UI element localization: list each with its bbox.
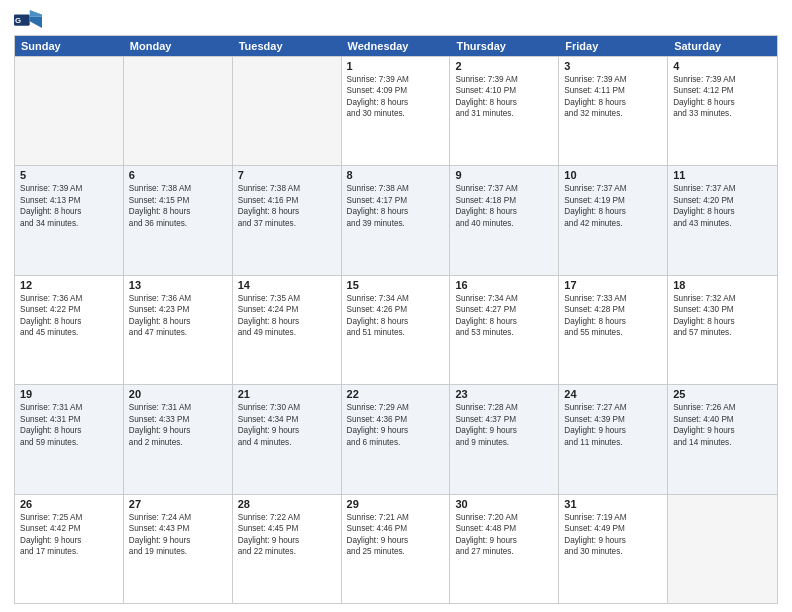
day-number: 25 — [673, 388, 772, 400]
calendar-cell: 2Sunrise: 7:39 AM Sunset: 4:10 PM Daylig… — [450, 57, 559, 165]
day-number: 4 — [673, 60, 772, 72]
day-info: Sunrise: 7:38 AM Sunset: 4:17 PM Dayligh… — [347, 183, 445, 229]
calendar-cell: 25Sunrise: 7:26 AM Sunset: 4:40 PM Dayli… — [668, 385, 777, 493]
day-info: Sunrise: 7:24 AM Sunset: 4:43 PM Dayligh… — [129, 512, 227, 558]
day-info: Sunrise: 7:37 AM Sunset: 4:19 PM Dayligh… — [564, 183, 662, 229]
day-info: Sunrise: 7:31 AM Sunset: 4:31 PM Dayligh… — [20, 402, 118, 448]
calendar-cell: 3Sunrise: 7:39 AM Sunset: 4:11 PM Daylig… — [559, 57, 668, 165]
day-number: 6 — [129, 169, 227, 181]
calendar-cell — [668, 495, 777, 603]
day-number: 3 — [564, 60, 662, 72]
day-number: 7 — [238, 169, 336, 181]
day-number: 17 — [564, 279, 662, 291]
day-number: 2 — [455, 60, 553, 72]
page: G SundayMondayTuesdayWednesdayThursdayFr… — [0, 0, 792, 612]
day-number: 16 — [455, 279, 553, 291]
day-info: Sunrise: 7:35 AM Sunset: 4:24 PM Dayligh… — [238, 293, 336, 339]
day-number: 14 — [238, 279, 336, 291]
day-info: Sunrise: 7:34 AM Sunset: 4:26 PM Dayligh… — [347, 293, 445, 339]
calendar-row: 12Sunrise: 7:36 AM Sunset: 4:22 PM Dayli… — [15, 275, 777, 384]
header: G — [14, 10, 778, 29]
calendar-cell: 30Sunrise: 7:20 AM Sunset: 4:48 PM Dayli… — [450, 495, 559, 603]
calendar-cell: 15Sunrise: 7:34 AM Sunset: 4:26 PM Dayli… — [342, 276, 451, 384]
day-info: Sunrise: 7:31 AM Sunset: 4:33 PM Dayligh… — [129, 402, 227, 448]
calendar-cell: 29Sunrise: 7:21 AM Sunset: 4:46 PM Dayli… — [342, 495, 451, 603]
day-number: 20 — [129, 388, 227, 400]
day-info: Sunrise: 7:28 AM Sunset: 4:37 PM Dayligh… — [455, 402, 553, 448]
day-info: Sunrise: 7:37 AM Sunset: 4:18 PM Dayligh… — [455, 183, 553, 229]
weekday-header: Monday — [124, 36, 233, 56]
day-number: 9 — [455, 169, 553, 181]
day-info: Sunrise: 7:39 AM Sunset: 4:13 PM Dayligh… — [20, 183, 118, 229]
calendar-cell: 21Sunrise: 7:30 AM Sunset: 4:34 PM Dayli… — [233, 385, 342, 493]
day-number: 1 — [347, 60, 445, 72]
day-number: 21 — [238, 388, 336, 400]
svg-marker-2 — [30, 10, 42, 17]
day-info: Sunrise: 7:39 AM Sunset: 4:12 PM Dayligh… — [673, 74, 772, 120]
day-info: Sunrise: 7:32 AM Sunset: 4:30 PM Dayligh… — [673, 293, 772, 339]
day-info: Sunrise: 7:25 AM Sunset: 4:42 PM Dayligh… — [20, 512, 118, 558]
svg-marker-3 — [30, 17, 42, 28]
day-number: 15 — [347, 279, 445, 291]
calendar-cell: 17Sunrise: 7:33 AM Sunset: 4:28 PM Dayli… — [559, 276, 668, 384]
day-info: Sunrise: 7:38 AM Sunset: 4:15 PM Dayligh… — [129, 183, 227, 229]
calendar-header: SundayMondayTuesdayWednesdayThursdayFrid… — [15, 36, 777, 56]
calendar-cell — [15, 57, 124, 165]
day-info: Sunrise: 7:34 AM Sunset: 4:27 PM Dayligh… — [455, 293, 553, 339]
svg-text:G: G — [15, 16, 21, 25]
calendar-cell: 27Sunrise: 7:24 AM Sunset: 4:43 PM Dayli… — [124, 495, 233, 603]
calendar-cell: 20Sunrise: 7:31 AM Sunset: 4:33 PM Dayli… — [124, 385, 233, 493]
calendar-row: 1Sunrise: 7:39 AM Sunset: 4:09 PM Daylig… — [15, 56, 777, 165]
weekday-header: Friday — [559, 36, 668, 56]
day-info: Sunrise: 7:33 AM Sunset: 4:28 PM Dayligh… — [564, 293, 662, 339]
day-info: Sunrise: 7:29 AM Sunset: 4:36 PM Dayligh… — [347, 402, 445, 448]
logo-icon: G — [14, 10, 42, 28]
day-number: 28 — [238, 498, 336, 510]
day-info: Sunrise: 7:39 AM Sunset: 4:11 PM Dayligh… — [564, 74, 662, 120]
day-number: 19 — [20, 388, 118, 400]
calendar-cell — [124, 57, 233, 165]
day-info: Sunrise: 7:22 AM Sunset: 4:45 PM Dayligh… — [238, 512, 336, 558]
day-info: Sunrise: 7:39 AM Sunset: 4:10 PM Dayligh… — [455, 74, 553, 120]
logo: G — [14, 10, 42, 29]
calendar-cell: 12Sunrise: 7:36 AM Sunset: 4:22 PM Dayli… — [15, 276, 124, 384]
weekday-header: Wednesday — [342, 36, 451, 56]
calendar-cell: 31Sunrise: 7:19 AM Sunset: 4:49 PM Dayli… — [559, 495, 668, 603]
day-number: 12 — [20, 279, 118, 291]
day-number: 26 — [20, 498, 118, 510]
calendar-cell: 5Sunrise: 7:39 AM Sunset: 4:13 PM Daylig… — [15, 166, 124, 274]
calendar-cell: 6Sunrise: 7:38 AM Sunset: 4:15 PM Daylig… — [124, 166, 233, 274]
day-info: Sunrise: 7:37 AM Sunset: 4:20 PM Dayligh… — [673, 183, 772, 229]
day-info: Sunrise: 7:27 AM Sunset: 4:39 PM Dayligh… — [564, 402, 662, 448]
day-number: 31 — [564, 498, 662, 510]
weekday-header: Thursday — [450, 36, 559, 56]
day-info: Sunrise: 7:30 AM Sunset: 4:34 PM Dayligh… — [238, 402, 336, 448]
day-number: 30 — [455, 498, 553, 510]
weekday-header: Saturday — [668, 36, 777, 56]
weekday-header: Sunday — [15, 36, 124, 56]
calendar-cell: 10Sunrise: 7:37 AM Sunset: 4:19 PM Dayli… — [559, 166, 668, 274]
calendar-row: 19Sunrise: 7:31 AM Sunset: 4:31 PM Dayli… — [15, 384, 777, 493]
calendar-cell: 22Sunrise: 7:29 AM Sunset: 4:36 PM Dayli… — [342, 385, 451, 493]
day-number: 13 — [129, 279, 227, 291]
calendar-cell: 13Sunrise: 7:36 AM Sunset: 4:23 PM Dayli… — [124, 276, 233, 384]
calendar-cell: 4Sunrise: 7:39 AM Sunset: 4:12 PM Daylig… — [668, 57, 777, 165]
day-number: 8 — [347, 169, 445, 181]
calendar-body: 1Sunrise: 7:39 AM Sunset: 4:09 PM Daylig… — [15, 56, 777, 603]
calendar-cell: 16Sunrise: 7:34 AM Sunset: 4:27 PM Dayli… — [450, 276, 559, 384]
day-number: 5 — [20, 169, 118, 181]
day-number: 24 — [564, 388, 662, 400]
calendar-cell: 9Sunrise: 7:37 AM Sunset: 4:18 PM Daylig… — [450, 166, 559, 274]
day-info: Sunrise: 7:20 AM Sunset: 4:48 PM Dayligh… — [455, 512, 553, 558]
day-number: 27 — [129, 498, 227, 510]
calendar-cell: 8Sunrise: 7:38 AM Sunset: 4:17 PM Daylig… — [342, 166, 451, 274]
calendar-row: 5Sunrise: 7:39 AM Sunset: 4:13 PM Daylig… — [15, 165, 777, 274]
calendar-cell: 28Sunrise: 7:22 AM Sunset: 4:45 PM Dayli… — [233, 495, 342, 603]
calendar-cell: 18Sunrise: 7:32 AM Sunset: 4:30 PM Dayli… — [668, 276, 777, 384]
calendar-cell: 26Sunrise: 7:25 AM Sunset: 4:42 PM Dayli… — [15, 495, 124, 603]
calendar-row: 26Sunrise: 7:25 AM Sunset: 4:42 PM Dayli… — [15, 494, 777, 603]
calendar-cell: 24Sunrise: 7:27 AM Sunset: 4:39 PM Dayli… — [559, 385, 668, 493]
day-info: Sunrise: 7:38 AM Sunset: 4:16 PM Dayligh… — [238, 183, 336, 229]
day-number: 11 — [673, 169, 772, 181]
day-number: 23 — [455, 388, 553, 400]
